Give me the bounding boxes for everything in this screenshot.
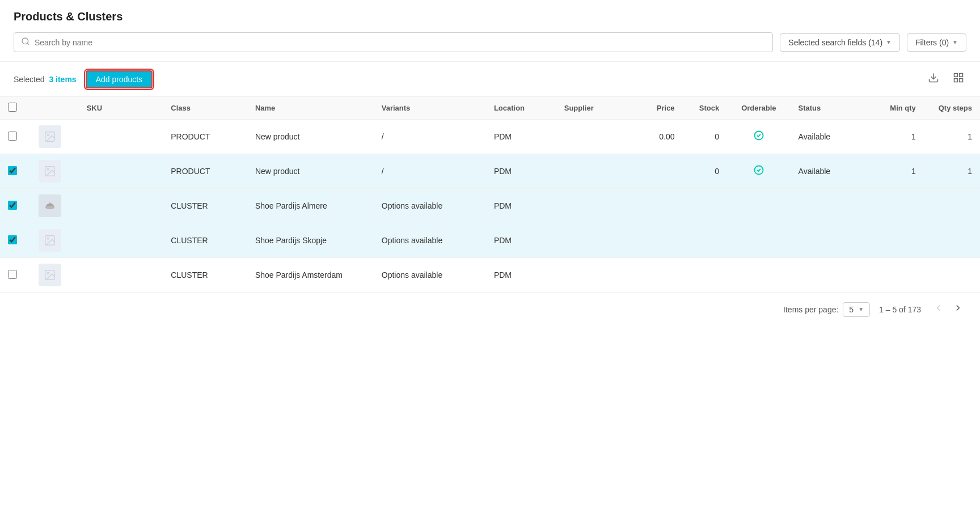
cell-price <box>627 223 683 258</box>
svg-rect-5 <box>954 79 958 82</box>
price-header: Price <box>627 97 683 120</box>
orderable-header: Orderable <box>727 97 790 120</box>
filters-button[interactable]: Filters (0) ▼ <box>907 33 966 52</box>
chevron-down-icon: ▼ <box>952 39 958 45</box>
table-row: PRODUCTNew product/PDM0 Available11 <box>0 154 980 189</box>
cell-stock <box>683 223 728 258</box>
search-container <box>14 32 773 52</box>
cell-minqty: 1 <box>868 154 924 189</box>
page-header: Products & Clusters <box>0 0 980 23</box>
cell-name: New product <box>247 154 374 189</box>
table-row: PRODUCTNew product/PDM0.000 Available11 <box>0 120 980 154</box>
cell-sku <box>79 258 163 293</box>
add-products-button[interactable]: Add products <box>86 70 153 88</box>
cell-status <box>791 189 868 223</box>
row-checkbox[interactable] <box>8 132 17 141</box>
row-checkbox[interactable] <box>8 235 17 244</box>
chevron-down-icon: ▼ <box>886 39 892 45</box>
svg-line-1 <box>27 43 29 45</box>
cell-orderable <box>727 189 790 223</box>
items-per-page: Items per page: 5 ▼ <box>783 302 870 317</box>
cell-supplier <box>556 223 627 258</box>
cell-name: Shoe Pardijs Skopje <box>247 223 374 258</box>
cell-stock <box>683 258 728 293</box>
product-thumbnail <box>39 194 61 217</box>
row-checkbox[interactable] <box>8 270 17 279</box>
select-all-checkbox[interactable] <box>8 103 17 112</box>
search-icon <box>21 37 30 48</box>
product-thumbnail <box>39 264 61 286</box>
cell-status: Available <box>791 154 868 189</box>
sku-header: SKU <box>79 97 163 120</box>
table-row: CLUSTERShoe Pardijs SkopjeOptions availa… <box>0 223 980 258</box>
table-container: SKU Class Name Variants Location Supplie… <box>0 96 980 293</box>
selection-text: Selected 3 items <box>14 75 79 84</box>
cell-stock: 0 <box>683 120 728 154</box>
toolbar-actions <box>926 70 966 88</box>
cell-sku <box>79 223 163 258</box>
cell-sku <box>79 189 163 223</box>
cell-minqty: 1 <box>868 120 924 154</box>
export-button[interactable] <box>926 70 941 88</box>
cell-minqty <box>868 223 924 258</box>
search-input[interactable] <box>35 38 766 47</box>
row-checkbox[interactable] <box>8 166 17 175</box>
prev-page-button[interactable] <box>930 302 947 317</box>
svg-rect-3 <box>954 74 958 77</box>
cell-sku <box>79 120 163 154</box>
table-header-row: SKU Class Name Variants Location Supplie… <box>0 97 980 120</box>
svg-point-17 <box>48 238 49 239</box>
select-all-header[interactable] <box>0 97 31 120</box>
cell-variants: Options available <box>374 258 486 293</box>
row-checkbox[interactable] <box>8 201 17 210</box>
cell-class: CLUSTER <box>163 223 247 258</box>
page-range: 1 – 5 of 173 <box>879 305 921 314</box>
cell-variants: Options available <box>374 223 486 258</box>
orderable-icon <box>753 167 764 178</box>
cell-qtysteps: 1 <box>924 120 980 154</box>
table-row: CLUSTERShoe Pardijs AlmereOptions availa… <box>0 189 980 223</box>
cell-orderable <box>727 258 790 293</box>
cell-supplier <box>556 154 627 189</box>
cell-orderable <box>727 120 790 154</box>
cell-price <box>627 154 683 189</box>
cell-sku <box>79 154 163 189</box>
product-thumbnail <box>39 229 61 252</box>
cell-stock: 0 <box>683 154 728 189</box>
cell-status <box>791 258 868 293</box>
minqty-header: Min qty <box>868 97 924 120</box>
cell-price <box>627 258 683 293</box>
next-page-button[interactable] <box>949 302 966 317</box>
svg-rect-6 <box>960 79 963 82</box>
variants-header: Variants <box>374 97 486 120</box>
cell-variants: / <box>374 154 486 189</box>
product-thumbnail <box>39 125 61 148</box>
supplier-header: Supplier <box>556 97 627 120</box>
location-header: Location <box>486 97 556 120</box>
cell-location: PDM <box>486 223 556 258</box>
cell-variants: Options available <box>374 189 486 223</box>
cell-minqty <box>868 258 924 293</box>
svg-rect-4 <box>960 74 963 77</box>
search-fields-button[interactable]: Selected search fields (14) ▼ <box>780 33 900 52</box>
cell-status: Available <box>791 120 868 154</box>
cell-variants: / <box>374 120 486 154</box>
cell-orderable <box>727 223 790 258</box>
cell-name: New product <box>247 120 374 154</box>
grid-view-button[interactable] <box>951 70 966 88</box>
cell-price: 0.00 <box>627 120 683 154</box>
cell-class: CLUSTER <box>163 258 247 293</box>
cell-stock <box>683 189 728 223</box>
table-row: CLUSTERShoe Pardijs AmsterdamOptions ava… <box>0 258 980 293</box>
cell-name: Shoe Pardijs Almere <box>247 189 374 223</box>
cell-status <box>791 223 868 258</box>
cell-qtysteps: 1 <box>924 154 980 189</box>
svg-point-19 <box>48 272 49 274</box>
page-navigation <box>930 302 966 317</box>
cell-location: PDM <box>486 120 556 154</box>
chevron-down-icon: ▼ <box>858 306 864 312</box>
per-page-select[interactable]: 5 ▼ <box>843 302 870 317</box>
svg-point-11 <box>48 168 49 170</box>
cell-location: PDM <box>486 154 556 189</box>
thumb-header <box>31 97 78 120</box>
